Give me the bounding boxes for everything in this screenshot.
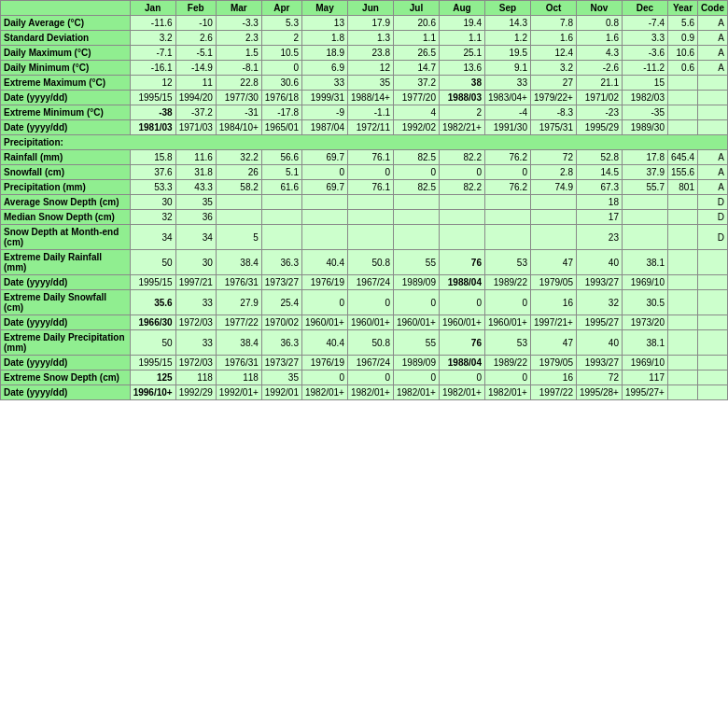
cell-apr: 2 <box>261 31 301 46</box>
cell-jul: 82.5 <box>393 150 439 165</box>
col-header-jul: Jul <box>393 1 439 16</box>
table-row: Date (yyyy/dd)1995/151994/201977/301976/… <box>1 91 728 105</box>
cell-aug <box>439 195 484 210</box>
cell-code <box>698 356 728 370</box>
cell-dec: 38.1 <box>622 250 667 275</box>
cell-mar <box>216 210 261 225</box>
cell-may: 0 <box>301 165 347 180</box>
cell-jun: 0 <box>347 165 393 180</box>
cell-year <box>667 210 697 225</box>
cell-sep: 53 <box>484 250 530 275</box>
cell-may: 1960/01+ <box>301 315 347 330</box>
cell-jul <box>393 195 439 210</box>
cell-feb: 1972/03 <box>175 315 216 330</box>
cell-may <box>301 195 347 210</box>
cell-jun: 76.1 <box>347 180 393 195</box>
cell-code: D <box>698 195 728 210</box>
cell-aug: 1982/21+ <box>439 120 484 135</box>
table-row: Extreme Daily Precipitation (mm)503338.4… <box>1 330 728 356</box>
cell-jan: 125 <box>130 370 175 385</box>
cell-jul <box>393 225 439 250</box>
cell-code: A <box>698 61 728 76</box>
cell-apr: 56.6 <box>261 150 301 165</box>
row-label: Extreme Maximum (°C) <box>1 76 131 91</box>
cell-feb: -14.9 <box>175 61 216 76</box>
cell-mar <box>216 195 261 210</box>
cell-dec <box>622 195 667 210</box>
cell-apr: -17.8 <box>261 105 301 120</box>
cell-may: 1987/04 <box>301 120 347 135</box>
table-row: Precipitation (mm)53.343.358.261.669.776… <box>1 180 728 195</box>
cell-oct: 1979/05 <box>530 275 576 290</box>
cell-apr: 0 <box>261 61 301 76</box>
cell-year <box>667 330 697 356</box>
cell-mar: 32.2 <box>216 150 261 165</box>
col-header-jun: Jun <box>347 1 393 16</box>
cell-code <box>698 330 728 356</box>
cell-aug: 0 <box>439 165 484 180</box>
cell-year <box>667 195 697 210</box>
cell-jul: 37.2 <box>393 76 439 91</box>
cell-apr: 35 <box>261 370 301 385</box>
cell-dec: 1969/10 <box>622 275 667 290</box>
cell-year <box>667 91 697 105</box>
cell-dec: 3.3 <box>622 31 667 46</box>
cell-mar: 1992/01+ <box>216 385 261 400</box>
cell-code <box>698 76 728 91</box>
cell-mar: 2.3 <box>216 31 261 46</box>
cell-sep: 1983/04+ <box>484 91 530 105</box>
cell-jun: 23.8 <box>347 46 393 61</box>
cell-apr: 30.6 <box>261 76 301 91</box>
cell-feb: 34 <box>175 225 216 250</box>
cell-apr <box>261 225 301 250</box>
cell-jan: -16.1 <box>130 61 175 76</box>
cell-may: 1976/19 <box>301 275 347 290</box>
cell-sep: 0 <box>484 165 530 180</box>
cell-dec: 17.8 <box>622 150 667 165</box>
cell-jun: -1.1 <box>347 105 393 120</box>
cell-jul: 1992/02 <box>393 120 439 135</box>
row-label: Date (yyyy/dd) <box>1 385 131 400</box>
cell-may: 1976/19 <box>301 356 347 370</box>
cell-jan: 50 <box>130 250 175 275</box>
cell-aug: 38 <box>439 76 484 91</box>
cell-nov: 21.1 <box>576 76 622 91</box>
cell-jun: 35 <box>347 76 393 91</box>
cell-sep: 19.5 <box>484 46 530 61</box>
cell-sep: 1982/01+ <box>484 385 530 400</box>
cell-jun: 76.1 <box>347 150 393 165</box>
cell-sep: 14.3 <box>484 16 530 31</box>
cell-code <box>698 250 728 275</box>
table-row: Daily Average (°C)-11.6-10-3.35.31317.92… <box>1 16 728 31</box>
cell-nov: 72 <box>576 370 622 385</box>
cell-sep: -4 <box>484 105 530 120</box>
cell-jun: 1988/14+ <box>347 91 393 105</box>
cell-mar: 58.2 <box>216 180 261 195</box>
table-row: Extreme Daily Snowfall (cm)35.63327.925.… <box>1 290 728 315</box>
cell-aug: 1988/03 <box>439 91 484 105</box>
cell-year <box>667 385 697 400</box>
cell-year: 801 <box>667 180 697 195</box>
table-row: Extreme Maximum (°C)121122.830.6333537.2… <box>1 76 728 91</box>
cell-sep: 1991/30 <box>484 120 530 135</box>
cell-feb: 33 <box>175 330 216 356</box>
row-label: Extreme Snow Depth (cm) <box>1 370 131 385</box>
cell-dec: 117 <box>622 370 667 385</box>
cell-nov: 32 <box>576 290 622 315</box>
cell-dec: -11.2 <box>622 61 667 76</box>
cell-may: 18.9 <box>301 46 347 61</box>
cell-jan: -7.1 <box>130 46 175 61</box>
cell-may: 0 <box>301 370 347 385</box>
table-row: Date (yyyy/dd)1966/301972/031977/221970/… <box>1 315 728 330</box>
cell-aug: 1988/04 <box>439 356 484 370</box>
cell-may: 1982/01+ <box>301 385 347 400</box>
cell-mar: 22.8 <box>216 76 261 91</box>
cell-nov: 1993/27 <box>576 275 622 290</box>
cell-may <box>301 210 347 225</box>
cell-nov: 1993/27 <box>576 356 622 370</box>
cell-sep <box>484 225 530 250</box>
cell-oct: 1997/21+ <box>530 315 576 330</box>
cell-sep: 1.2 <box>484 31 530 46</box>
cell-jan: 12 <box>130 76 175 91</box>
cell-jul: 82.5 <box>393 180 439 195</box>
